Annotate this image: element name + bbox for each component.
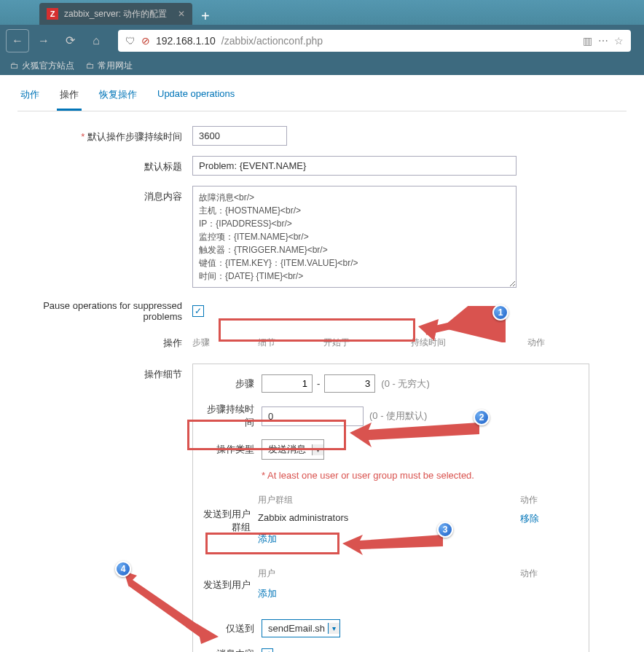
col-action: 动作 bbox=[520, 494, 578, 506]
col-user: 用户 bbox=[258, 567, 520, 580]
tab-operations[interactable]: 操作 bbox=[57, 81, 82, 111]
tab-favicon: Z bbox=[47, 8, 58, 20]
col-user-group: 用户群组 bbox=[258, 494, 520, 506]
bookmark-label: 火狐官方站点 bbox=[22, 60, 74, 72]
operations-table-header: 步骤 细节 开始于 持续时间 动作 bbox=[192, 332, 627, 353]
ops-head-step: 步骤 bbox=[192, 337, 258, 349]
input-default-subject[interactable] bbox=[192, 156, 517, 176]
bookmark-bar: 🗀火狐官方站点 🗀常用网址 bbox=[0, 56, 644, 75]
annotation-badge: 3 bbox=[437, 522, 453, 538]
select-op-type[interactable]: 发送消息 ▾ bbox=[262, 439, 324, 460]
ops-head-duration: 持续时间 bbox=[411, 337, 527, 349]
annotation-badge: 2 bbox=[474, 409, 490, 425]
label-step-duration: * 默认操作步骤持续时间 bbox=[17, 126, 192, 144]
new-tab-button[interactable]: + bbox=[192, 8, 219, 25]
dash: - bbox=[313, 378, 324, 389]
operation-detail-panel: 步骤 - (0 - 无穷大) 步骤持续时间 (0 - 使用默认) 操作类型 发送… bbox=[192, 364, 589, 652]
tab-action[interactable]: 动作 bbox=[17, 81, 42, 111]
hint-duration: (0 - 使用默认) bbox=[369, 409, 427, 423]
label-default-subject: 默认标题 bbox=[17, 156, 192, 173]
url-path: /zabbix/actionconf.php bbox=[221, 35, 323, 47]
tab-recovery[interactable]: 恢复操作 bbox=[96, 81, 140, 111]
label-operations: 操作 bbox=[17, 332, 192, 350]
add-user-link[interactable]: 添加 bbox=[258, 583, 578, 605]
blocked-icon: ⊘ bbox=[141, 35, 150, 47]
label-send-user: 发送到用户 bbox=[203, 578, 258, 592]
col-action: 动作 bbox=[520, 567, 578, 580]
sub-tabs: 动作 操作 恢复操作 Update operations bbox=[17, 81, 627, 111]
tab-bar: Z zabbix_server: 动作的配置 ✕ + bbox=[0, 0, 644, 25]
ops-head-start: 开始于 bbox=[323, 337, 411, 349]
input-step-duration-detail[interactable] bbox=[262, 406, 364, 426]
back-button[interactable]: ← bbox=[6, 29, 29, 52]
checkbox-msg-content[interactable]: ✓ bbox=[262, 648, 273, 652]
bookmark-label: 常用网址 bbox=[98, 60, 133, 72]
bookmark-icon[interactable]: ☆ bbox=[614, 35, 624, 47]
group-value: Zabbix administrators bbox=[258, 512, 520, 525]
input-step-from[interactable] bbox=[262, 374, 313, 393]
close-tab-icon[interactable]: ✕ bbox=[178, 9, 185, 19]
tab-update[interactable]: Update operations bbox=[154, 81, 237, 111]
page-content: 动作 操作 恢复操作 Update operations * 默认操作步骤持续时… bbox=[0, 75, 644, 652]
browser-tab[interactable]: Z zabbix_server: 动作的配置 ✕ bbox=[39, 3, 192, 25]
select-value: sendEmail.sh bbox=[262, 620, 328, 637]
label-only-to: 仅送到 bbox=[203, 622, 262, 635]
input-step-to[interactable] bbox=[324, 374, 375, 393]
textarea-message-body[interactable] bbox=[192, 186, 517, 288]
reload-button[interactable]: ⟳ bbox=[58, 29, 82, 52]
label-pause: Pause operations for suppressed problems bbox=[17, 300, 192, 322]
remove-link[interactable]: 移除 bbox=[520, 512, 539, 525]
label-step: 步骤 bbox=[203, 377, 262, 390]
label-msg-content: 消息内容 bbox=[203, 648, 262, 652]
label-send-group: 发送到用户群组 bbox=[203, 508, 258, 534]
shield-icon: 🛡 bbox=[125, 35, 136, 47]
label-op-type: 操作类型 bbox=[203, 443, 262, 456]
chevron-down-icon: ▾ bbox=[328, 623, 339, 634]
select-only-to[interactable]: sendEmail.sh ▾ bbox=[262, 619, 340, 637]
forward-button[interactable]: → bbox=[32, 29, 55, 52]
label-step-duration: 步骤持续时间 bbox=[203, 403, 262, 429]
folder-icon: 🗀 bbox=[86, 60, 95, 71]
home-button[interactable]: ⌂ bbox=[85, 29, 108, 52]
tab-title: zabbix_server: 动作的配置 bbox=[64, 8, 167, 20]
url-bar[interactable]: 🛡 ⊘ 192.168.1.10/zabbix/actionconf.php ▥… bbox=[118, 30, 631, 52]
hint-step: (0 - 无穷大) bbox=[381, 377, 429, 390]
ops-head-action: 动作 bbox=[527, 337, 627, 349]
url-host: 192.168.1.10 bbox=[156, 35, 216, 47]
more-icon[interactable]: ⋯ bbox=[598, 35, 608, 47]
add-group-link[interactable]: 添加 bbox=[258, 528, 578, 550]
nav-bar: ← → ⟳ ⌂ 🛡 ⊘ 192.168.1.10/zabbix/actionco… bbox=[0, 25, 644, 56]
annotation-badge: 4 bbox=[115, 561, 131, 577]
folder-icon: 🗀 bbox=[10, 60, 19, 71]
bookmark-item[interactable]: 🗀常用网址 bbox=[86, 60, 133, 72]
browser-chrome: Z zabbix_server: 动作的配置 ✕ + ← → ⟳ ⌂ 🛡 ⊘ 1… bbox=[0, 0, 644, 75]
select-value: 发送消息 bbox=[262, 440, 312, 459]
input-step-duration[interactable] bbox=[192, 126, 287, 146]
bookmark-item[interactable]: 🗀火狐官方站点 bbox=[10, 60, 74, 72]
label-message-body: 消息内容 bbox=[17, 186, 192, 203]
label-op-detail: 操作细节 bbox=[17, 364, 192, 381]
annotation-badge: 1 bbox=[492, 305, 508, 321]
checkbox-pause[interactable]: ✓ bbox=[192, 305, 204, 317]
reader-icon[interactable]: ▥ bbox=[583, 35, 592, 47]
chevron-down-icon: ▾ bbox=[312, 444, 323, 455]
ops-head-detail: 细节 bbox=[258, 337, 323, 349]
warning-text: * At least one user or user group must b… bbox=[262, 470, 474, 481]
